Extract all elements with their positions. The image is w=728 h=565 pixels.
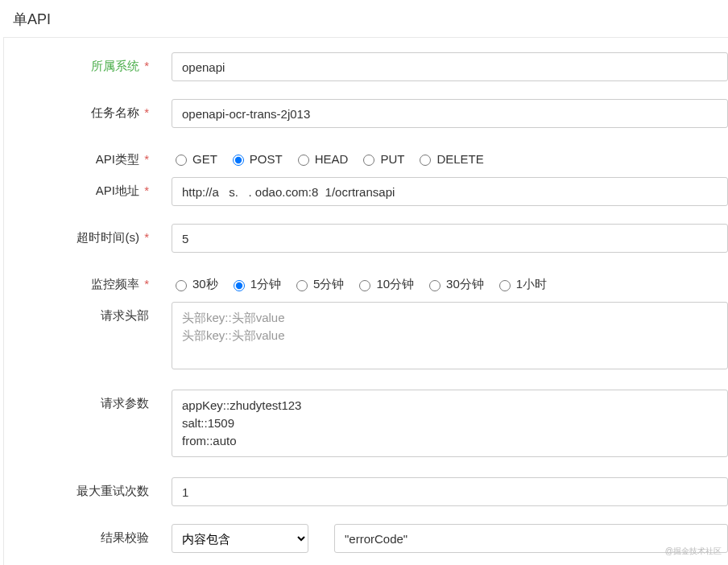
monitor-freq-option-3[interactable]: 10分钟	[355, 277, 414, 292]
api-type-radio-put[interactable]	[363, 155, 374, 166]
api-type-option-delete[interactable]: DELETE	[416, 152, 483, 166]
monitor-freq-option-5[interactable]: 1小时	[495, 277, 547, 292]
monitor-freq-option-4[interactable]: 30分钟	[425, 277, 484, 292]
label-api-url: API地址 *	[4, 177, 157, 199]
monitor-freq-option-2[interactable]: 5分钟	[292, 277, 344, 292]
monitor-freq-radio-3[interactable]	[359, 280, 370, 291]
monitor-freq-option-1[interactable]: 1分钟	[230, 277, 281, 292]
system-input[interactable]	[172, 52, 728, 81]
monitor-freq-radio-0[interactable]	[176, 280, 187, 291]
max-retry-input[interactable]	[172, 477, 728, 506]
timeout-input[interactable]	[172, 224, 728, 253]
label-task-name: 任务名称 *	[4, 99, 157, 121]
label-validate: 结果校验	[4, 524, 157, 546]
label-api-type: API类型 *	[4, 146, 157, 167]
api-type-option-post[interactable]: POST	[229, 152, 283, 166]
form-panel: 所属系统 * 任务名称 * API类型 * GETPOSTHEADPUTDELE…	[3, 37, 728, 565]
label-monitor-freq: 监控频率 *	[4, 270, 157, 292]
api-url-input[interactable]	[172, 177, 728, 206]
api-type-option-get[interactable]: GET	[172, 152, 217, 166]
label-req-headers: 请求头部	[4, 302, 157, 324]
api-type-radio-group: GETPOSTHEADPUTDELETE	[172, 146, 728, 166]
api-type-radio-get[interactable]	[176, 155, 187, 166]
req-headers-textarea[interactable]	[172, 302, 728, 369]
task-name-input[interactable]	[172, 99, 728, 128]
api-type-radio-delete[interactable]	[420, 155, 431, 166]
label-req-params: 请求参数	[4, 390, 157, 411]
watermark: @掘金技术社区	[665, 546, 722, 557]
page-title: 单API	[0, 0, 728, 37]
monitor-freq-radio-1[interactable]	[234, 280, 245, 291]
api-type-option-head[interactable]: HEAD	[294, 152, 349, 166]
api-type-option-put[interactable]: PUT	[359, 152, 404, 166]
label-max-retry: 最大重试次数	[4, 477, 157, 499]
req-params-textarea[interactable]	[172, 390, 728, 457]
label-system: 所属系统 *	[4, 52, 157, 74]
validate-mode-select[interactable]: 内容包含	[172, 524, 308, 553]
monitor-freq-radio-group: 30秒1分钟5分钟10分钟30分钟1小时	[172, 270, 728, 292]
monitor-freq-radio-5[interactable]	[499, 280, 511, 291]
monitor-freq-radio-2[interactable]	[296, 280, 308, 291]
label-timeout: 超时时间(s) *	[4, 224, 157, 245]
api-type-radio-head[interactable]	[298, 155, 309, 166]
monitor-freq-radio-4[interactable]	[429, 280, 441, 291]
api-type-radio-post[interactable]	[233, 155, 244, 166]
monitor-freq-option-0[interactable]: 30秒	[172, 277, 218, 292]
